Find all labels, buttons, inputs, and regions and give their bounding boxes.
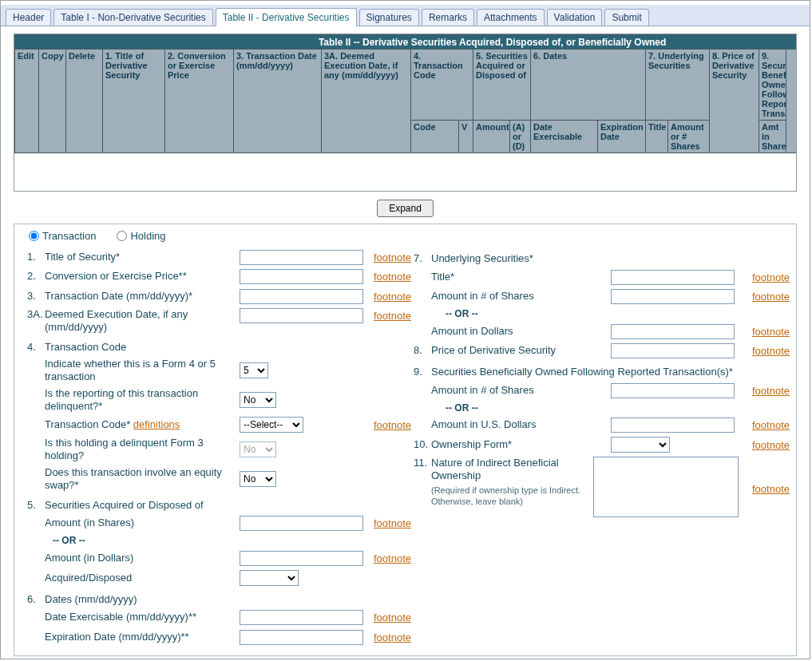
conversion-price-label: 2.Conversion or Exercise Price**	[27, 270, 240, 283]
owned-or-text: -- OR --	[414, 402, 790, 414]
amount-dollars-row: Amount (in Dollars) footnote	[21, 550, 414, 566]
transaction-code-section-row: 4.Transaction Code	[21, 341, 414, 354]
title-of-security-input[interactable]	[240, 250, 363, 265]
acquired-disposed-select[interactable]	[240, 570, 299, 586]
subcol-code: Code	[411, 121, 459, 153]
transaction-date-input[interactable]	[240, 289, 363, 304]
underlying-dollars-label: Amount in Dollars	[414, 325, 611, 338]
subcol-amount-or-shares: Amount or # Shares	[668, 121, 710, 153]
owned-dollars-input[interactable]	[611, 418, 735, 433]
amount-dollars-input[interactable]	[240, 551, 363, 566]
expand-button[interactable]: Expand	[377, 200, 434, 217]
holding-radio-option[interactable]: Holding	[117, 230, 165, 242]
owned-dollars-footnote-link[interactable]: footnote	[752, 419, 790, 431]
equity-swap-select[interactable]: No	[240, 471, 276, 487]
deemed-execution-date-footnote-link[interactable]: footnote	[374, 310, 411, 322]
col-transaction-date: 3. Transaction Date (mm/dd/yyyy)	[234, 49, 322, 153]
tab-attachments[interactable]: Attachments	[477, 9, 545, 26]
edgar-form-page: Header Table I - Non-Derivative Securiti…	[0, 0, 810, 659]
underlying-shares-input[interactable]	[611, 289, 735, 304]
holding-radio-label: Holding	[130, 230, 165, 242]
transaction-date-footnote-link[interactable]: footnote	[374, 291, 411, 303]
form-4-or-5-select[interactable]: 5	[240, 362, 268, 378]
delinquent-row: Is the reporting of this transaction del…	[21, 387, 414, 413]
acquired-disposed-label: Acquired/Disposed	[27, 572, 240, 584]
title-of-security-footnote-link[interactable]: footnote	[374, 251, 411, 263]
subcol-title: Title	[646, 121, 668, 153]
tab-table2-derivative[interactable]: Table II - Derivative Securities	[216, 8, 357, 26]
col-delete: Delete	[66, 49, 103, 153]
nature-indirect-footnote-link[interactable]: footnote	[752, 483, 790, 495]
transaction-code-footnote-link[interactable]: footnote	[374, 419, 411, 431]
transaction-date-label: 3.Transaction Date (mm/dd/yyyy)*	[27, 290, 240, 303]
ownership-form-select[interactable]	[611, 437, 670, 453]
amount-shares-row: Amount (in Shares) footnote	[21, 516, 414, 532]
owned-section-label: 9.Securities Beneficially Owned Followin…	[414, 366, 790, 378]
tab-table1-non-derivative[interactable]: Table I - Non-Derivative Securities	[53, 9, 212, 26]
conversion-price-footnote-link[interactable]: footnote	[374, 271, 411, 283]
ownership-form-footnote-link[interactable]: footnote	[752, 439, 790, 451]
underlying-title-row: Title* footnote	[414, 269, 790, 285]
transaction-radio[interactable]	[29, 231, 39, 241]
tab-validation[interactable]: Validation	[547, 9, 603, 26]
transaction-code-select[interactable]: --Select--	[240, 417, 303, 433]
dates-section-row: 6.Dates (mm/dd/yyyy)	[21, 593, 414, 606]
tab-signatures[interactable]: Signatures	[359, 9, 419, 26]
underlying-dollars-input[interactable]	[611, 324, 735, 339]
title-of-security-row: 1.Title of Security* footnote	[21, 249, 414, 265]
underlying-title-footnote-link[interactable]: footnote	[752, 271, 790, 283]
dates-section-label: 6.Dates (mm/dd/yyyy)	[27, 593, 414, 606]
price-derivative-row: 8.Price of Derivative Security footnote	[414, 343, 790, 359]
tab-submit[interactable]: Submit	[604, 9, 648, 26]
amount-shares-footnote-link[interactable]: footnote	[374, 517, 411, 529]
underlying-dollars-footnote-link[interactable]: footnote	[752, 326, 790, 338]
underlying-title-input[interactable]	[611, 270, 735, 285]
price-derivative-input[interactable]	[611, 343, 735, 358]
equity-swap-label: Does this transaction involve an equity …	[27, 466, 240, 492]
expiration-date-footnote-link[interactable]: footnote	[374, 631, 411, 643]
form-4-or-5-label: Indicate whether this is a Form 4 or 5 t…	[27, 358, 240, 383]
derivative-table-scroll-area[interactable]: Table II -- Derivative Securities Acquir…	[14, 34, 796, 191]
underlying-shares-row: Amount in # of Shares footnote	[414, 289, 790, 305]
deemed-execution-date-row: 3A.Deemed Execution Date, if any (mm/dd/…	[21, 308, 414, 334]
owned-dollars-row: Amount in U.S. Dollars footnote	[414, 418, 790, 433]
owned-shares-input[interactable]	[611, 383, 735, 398]
amount-dollars-footnote-link[interactable]: footnote	[374, 552, 411, 564]
underlying-shares-footnote-link[interactable]: footnote	[752, 291, 790, 303]
form3-holding-row: Is this holding a delinquent Form 3 hold…	[21, 437, 414, 462]
transaction-radio-label: Transaction	[42, 230, 96, 242]
expiration-date-input[interactable]	[240, 630, 363, 645]
delinquent-select[interactable]: No	[240, 392, 276, 408]
nature-indirect-row: 11.Nature of Indirect Beneficial Ownersh…	[414, 457, 790, 520]
left-or-text: -- OR --	[21, 535, 414, 546]
date-exercisable-footnote-link[interactable]: footnote	[374, 612, 411, 623]
form-right-column: 7.Underlying Securities* Title* footnote…	[414, 245, 790, 649]
col-conversion-or-exercise-price: 2. Conversion or Exercise Price	[165, 49, 234, 153]
title-of-security-label: 1.Title of Security*	[27, 251, 240, 263]
definitions-link[interactable]: definitions	[133, 418, 180, 430]
ownership-form-label: 10.Ownership Form*	[414, 438, 611, 451]
conversion-price-input[interactable]	[240, 269, 363, 284]
derivative-securities-table: Table II -- Derivative Securities Acquir…	[14, 34, 796, 191]
delinquent-label: Is the reporting of this transaction del…	[27, 387, 240, 413]
col-copy: Copy	[39, 49, 66, 153]
price-derivative-footnote-link[interactable]: footnote	[752, 345, 790, 357]
owned-shares-footnote-link[interactable]: footnote	[752, 385, 790, 397]
expiration-date-label: Expiration Date (mm/dd/yyyy)**	[27, 631, 240, 643]
underlying-securities-section-label: 7.Underlying Securities*	[414, 252, 790, 265]
holding-radio[interactable]	[117, 231, 127, 241]
owned-shares-label: Amount in # of Shares	[414, 384, 611, 397]
deemed-execution-date-input[interactable]	[240, 308, 363, 323]
tab-header[interactable]: Header	[6, 9, 51, 26]
form3-holding-label: Is this holding a delinquent Form 3 hold…	[27, 437, 240, 462]
tab-remarks[interactable]: Remarks	[422, 9, 474, 26]
transaction-radio-option[interactable]: Transaction	[29, 230, 96, 242]
nature-indirect-textarea[interactable]	[593, 457, 739, 517]
date-exercisable-input[interactable]	[240, 610, 363, 625]
col-transaction-code: 4. Transaction Code	[411, 49, 473, 121]
date-exercisable-label: Date Exercisable (mm/dd/yyyy)**	[27, 611, 240, 623]
table-title: Table II -- Derivative Securities Acquir…	[15, 35, 797, 49]
expiration-date-row: Expiration Date (mm/dd/yyyy)** footnote	[21, 629, 414, 645]
underlying-dollars-row: Amount in Dollars footnote	[414, 323, 790, 339]
amount-shares-input[interactable]	[240, 516, 363, 531]
